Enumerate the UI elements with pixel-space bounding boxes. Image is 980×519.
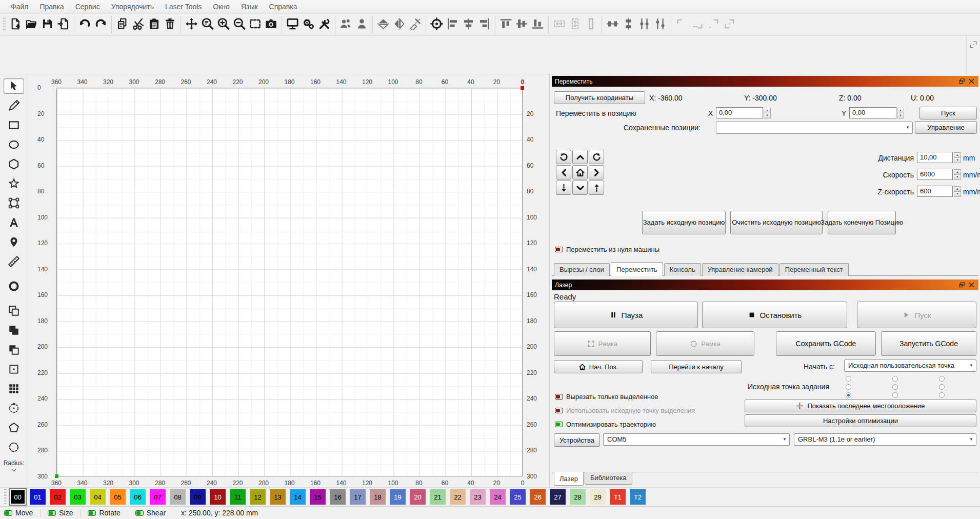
- radial-array-button[interactable]: [4, 401, 24, 416]
- dashed-circle-button[interactable]: [4, 440, 24, 455]
- palette-swatch-29[interactable]: 29: [590, 489, 606, 505]
- move-y-spinner[interactable]: ▲▼: [897, 108, 904, 118]
- palette-swatch-13[interactable]: 13: [270, 489, 286, 505]
- new-file-button[interactable]: [8, 17, 24, 33]
- select-tool-button[interactable]: [4, 78, 24, 94]
- menu-сервис[interactable]: Сервис: [70, 1, 106, 13]
- space-horizontal-button[interactable]: [636, 17, 652, 33]
- palette-swatch-10[interactable]: 10: [210, 489, 226, 505]
- frame-circle-button[interactable]: Рамка: [656, 331, 754, 356]
- dock-handle-icon[interactable]: [969, 40, 978, 49]
- palette-swatch-14[interactable]: 14: [290, 489, 306, 505]
- mode-shear-toggle[interactable]: [135, 510, 144, 516]
- job-origin-radio[interactable]: [939, 392, 945, 398]
- frame-select-button[interactable]: [247, 17, 263, 33]
- cut-selected-toggle[interactable]: [555, 394, 563, 400]
- menu-файл[interactable]: Файл: [5, 1, 34, 13]
- menu-правка[interactable]: Правка: [34, 1, 69, 13]
- align-bottom-button[interactable]: [530, 17, 546, 33]
- palette-swatch-22[interactable]: 22: [450, 489, 466, 505]
- align-middle-button[interactable]: [514, 17, 530, 33]
- boolean-union-button[interactable]: [4, 323, 24, 338]
- palette-swatch-27[interactable]: 27: [550, 489, 566, 505]
- job-origin-radio[interactable]: [892, 384, 898, 390]
- dock-corner2-button[interactable]: [690, 17, 706, 33]
- mirror-diagonal-button[interactable]: [407, 17, 423, 33]
- home-position-button[interactable]: Нач. Поз.: [554, 360, 643, 373]
- mode-size-toggle[interactable]: [48, 510, 56, 516]
- palette-swatch-08[interactable]: 08: [170, 489, 186, 505]
- machine-settings-button[interactable]: [301, 17, 316, 33]
- dock-tab-1[interactable]: Вырезы / слои: [554, 263, 610, 276]
- mode-rotate[interactable]: Rotate: [88, 509, 120, 517]
- pan-button[interactable]: [184, 17, 199, 33]
- palette-swatch-18[interactable]: 18: [370, 489, 386, 505]
- float-laser-panel-icon[interactable]: [958, 281, 966, 289]
- edit-nodes-button[interactable]: [4, 195, 24, 211]
- pentagon-button[interactable]: [4, 420, 24, 435]
- menu-справка[interactable]: Справка: [264, 1, 303, 13]
- distribute-vertical-button[interactable]: [621, 17, 636, 33]
- float-panel-icon[interactable]: [958, 77, 966, 85]
- same-height-button[interactable]: [567, 17, 583, 33]
- flip-vertical-button[interactable]: [375, 17, 391, 33]
- saved-positions-combo[interactable]: ▼: [716, 122, 913, 134]
- clear-origin-button[interactable]: Очистить исходную позицию: [730, 211, 823, 234]
- palette-swatch-16[interactable]: 16: [330, 489, 346, 505]
- start-button[interactable]: Пуск: [857, 302, 976, 328]
- cut-selected-toggle-row[interactable]: Вырезать только выделенное: [555, 393, 658, 401]
- polygon-tool-button[interactable]: [4, 156, 24, 172]
- rotate-ccw-button[interactable]: [556, 150, 571, 164]
- jog-right-button[interactable]: [589, 165, 604, 179]
- palette-swatch-00[interactable]: 00: [10, 489, 26, 505]
- draw-lines-button[interactable]: [4, 98, 24, 113]
- dock-corner4-button[interactable]: [722, 17, 737, 33]
- set-origin-button[interactable]: Задать исходную позицию: [642, 211, 726, 234]
- devices-button[interactable]: Устройства: [554, 433, 600, 447]
- job-origin-radio[interactable]: [846, 384, 851, 390]
- start-from-combo[interactable]: Исходная пользовательская точка▼: [844, 360, 976, 372]
- speed-input[interactable]: 6000: [917, 169, 953, 180]
- home-button[interactable]: [572, 165, 588, 179]
- run-gcode-button[interactable]: Запустить GCode: [881, 331, 976, 356]
- mode-rotate-toggle[interactable]: [88, 510, 96, 516]
- users-button[interactable]: [338, 17, 354, 33]
- go-to-origin-button[interactable]: Перейти к началу: [651, 360, 742, 373]
- palette-grip[interactable]: [4, 489, 7, 505]
- delete-button[interactable]: [162, 17, 178, 33]
- measure-button[interactable]: [4, 254, 24, 269]
- jog-left-button[interactable]: [556, 165, 571, 179]
- dock-corner3-button[interactable]: [706, 17, 722, 33]
- laser-panel-titlebar[interactable]: Лазер: [552, 280, 978, 290]
- use-selection-origin-toggle-row[interactable]: Использовать исходную точку выделения: [555, 407, 695, 414]
- palette-swatch-02[interactable]: 02: [50, 489, 66, 505]
- manage-positions-button[interactable]: Управление: [915, 121, 977, 134]
- position-pin-button[interactable]: [4, 234, 24, 250]
- rotate-cw-button[interactable]: [589, 150, 604, 164]
- cut-button[interactable]: [130, 17, 146, 33]
- get-position-button[interactable]: Получить координаты: [554, 91, 645, 104]
- zoom-page-button[interactable]: [199, 17, 215, 33]
- mode-move[interactable]: Move: [4, 509, 33, 517]
- job-origin-radio[interactable]: [892, 392, 898, 398]
- optimize-toggle[interactable]: [555, 422, 563, 427]
- job-origin-radio-selected[interactable]: [846, 392, 851, 398]
- close-panel-icon[interactable]: [968, 77, 975, 85]
- palette-swatch-11[interactable]: 11: [230, 489, 246, 505]
- palette-swatch-24[interactable]: 24: [490, 489, 506, 505]
- menu-laser-tools[interactable]: Laser Tools: [159, 1, 207, 13]
- offset-shapes-button[interactable]: [4, 303, 24, 318]
- palette-swatch-23[interactable]: 23: [470, 489, 486, 505]
- job-origin-radio[interactable]: [939, 376, 945, 382]
- monitor-button[interactable]: [285, 17, 301, 33]
- dock-tab-3[interactable]: Консоль: [664, 263, 701, 276]
- palette-swatch-25[interactable]: 25: [510, 489, 526, 505]
- boolean-subtract-button[interactable]: [4, 342, 24, 357]
- ring-tool-button[interactable]: [4, 278, 24, 294]
- align-top-button[interactable]: [498, 17, 514, 33]
- canvas[interactable]: [56, 88, 523, 476]
- paste-button[interactable]: [146, 17, 162, 33]
- flip-horizontal-button[interactable]: [391, 17, 407, 33]
- palette-swatch-04[interactable]: 04: [90, 489, 106, 505]
- move-from-zero-toggle-row[interactable]: Переместить из нуля машины: [555, 246, 659, 253]
